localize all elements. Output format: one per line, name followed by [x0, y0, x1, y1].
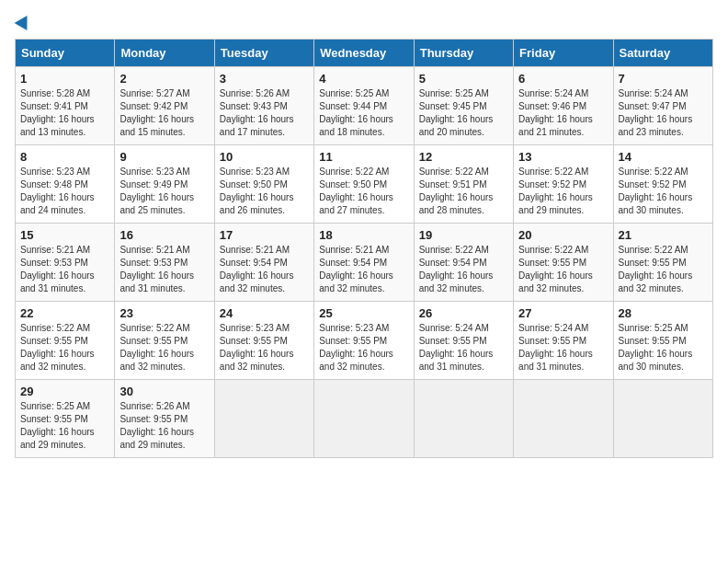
day-number: 2 [119, 72, 209, 86]
day-info: Sunrise: 5:22 AM Sunset: 9:55 PM Dayligh… [20, 322, 109, 373]
table-row: 2 Sunrise: 5:27 AM Sunset: 9:42 PM Dayli… [115, 67, 214, 145]
day-info: Sunrise: 5:22 AM Sunset: 9:55 PM Dayligh… [518, 244, 608, 295]
table-row: 1 Sunrise: 5:28 AM Sunset: 9:41 PM Dayli… [16, 67, 115, 145]
day-number: 16 [119, 228, 209, 242]
day-info: Sunrise: 5:22 AM Sunset: 9:51 PM Dayligh… [419, 166, 508, 217]
calendar-week-row: 29 Sunrise: 5:25 AM Sunset: 9:55 PM Dayl… [16, 380, 713, 458]
day-info: Sunrise: 5:25 AM Sunset: 9:45 PM Dayligh… [419, 87, 508, 139]
day-number: 30 [119, 385, 209, 398]
day-number: 21 [619, 228, 708, 242]
day-info: Sunrise: 5:27 AM Sunset: 9:42 PM Dayligh… [119, 87, 209, 139]
day-number: 19 [419, 228, 508, 242]
day-info: Sunrise: 5:22 AM Sunset: 9:55 PM Dayligh… [119, 322, 209, 373]
table-row [414, 380, 513, 458]
table-row: 8 Sunrise: 5:23 AM Sunset: 9:48 PM Dayli… [16, 145, 115, 224]
table-row [613, 380, 712, 458]
day-info: Sunrise: 5:25 AM Sunset: 9:55 PM Dayligh… [20, 400, 109, 452]
table-row: 28 Sunrise: 5:25 AM Sunset: 9:55 PM Dayl… [613, 302, 712, 380]
table-row: 21 Sunrise: 5:22 AM Sunset: 9:55 PM Dayl… [613, 224, 712, 302]
table-row: 3 Sunrise: 5:26 AM Sunset: 9:43 PM Dayli… [214, 67, 313, 145]
day-info: Sunrise: 5:23 AM Sunset: 9:49 PM Dayligh… [119, 166, 209, 217]
day-number: 14 [619, 150, 708, 164]
day-number: 9 [119, 150, 209, 164]
day-info: Sunrise: 5:24 AM Sunset: 9:47 PM Dayligh… [619, 87, 708, 139]
table-row: 27 Sunrise: 5:24 AM Sunset: 9:55 PM Dayl… [514, 302, 613, 380]
day-number: 4 [319, 72, 408, 86]
day-number: 7 [619, 72, 708, 86]
day-info: Sunrise: 5:24 AM Sunset: 9:55 PM Dayligh… [518, 322, 608, 373]
day-info: Sunrise: 5:22 AM Sunset: 9:52 PM Dayligh… [619, 166, 708, 217]
day-number: 28 [619, 306, 708, 320]
day-info: Sunrise: 5:21 AM Sunset: 9:54 PM Dayligh… [220, 244, 309, 295]
col-thursday: Thursday [414, 40, 513, 67]
day-number: 23 [119, 306, 209, 320]
table-row: 10 Sunrise: 5:23 AM Sunset: 9:50 PM Dayl… [214, 145, 313, 224]
table-row: 22 Sunrise: 5:22 AM Sunset: 9:55 PM Dayl… [16, 302, 115, 380]
day-number: 29 [20, 385, 109, 398]
table-row: 20 Sunrise: 5:22 AM Sunset: 9:55 PM Dayl… [514, 224, 613, 302]
table-row: 9 Sunrise: 5:23 AM Sunset: 9:49 PM Dayli… [115, 145, 214, 224]
calendar-week-row: 22 Sunrise: 5:22 AM Sunset: 9:55 PM Dayl… [16, 302, 713, 380]
calendar-week-row: 8 Sunrise: 5:23 AM Sunset: 9:48 PM Dayli… [16, 145, 713, 224]
day-number: 6 [518, 72, 608, 86]
table-row: 23 Sunrise: 5:22 AM Sunset: 9:55 PM Dayl… [115, 302, 214, 380]
day-number: 22 [20, 306, 109, 320]
day-info: Sunrise: 5:24 AM Sunset: 9:55 PM Dayligh… [419, 322, 508, 373]
table-row [314, 380, 414, 458]
table-row: 6 Sunrise: 5:24 AM Sunset: 9:46 PM Dayli… [514, 67, 613, 145]
table-row: 11 Sunrise: 5:22 AM Sunset: 9:50 PM Dayl… [314, 145, 414, 224]
page-header [15, 15, 713, 28]
day-number: 25 [319, 306, 408, 320]
table-row [214, 380, 313, 458]
day-info: Sunrise: 5:22 AM Sunset: 9:52 PM Dayligh… [518, 166, 608, 217]
day-info: Sunrise: 5:23 AM Sunset: 9:50 PM Dayligh… [220, 166, 309, 217]
calendar-table: Sunday Monday Tuesday Wednesday Thursday… [15, 39, 713, 458]
table-row: 7 Sunrise: 5:24 AM Sunset: 9:47 PM Dayli… [613, 67, 712, 145]
table-row: 29 Sunrise: 5:25 AM Sunset: 9:55 PM Dayl… [16, 380, 115, 458]
col-wednesday: Wednesday [314, 40, 414, 67]
logo-icon [15, 12, 34, 30]
col-tuesday: Tuesday [214, 40, 313, 67]
table-row: 5 Sunrise: 5:25 AM Sunset: 9:45 PM Dayli… [414, 67, 513, 145]
day-number: 8 [20, 150, 109, 164]
day-number: 26 [419, 306, 508, 320]
day-info: Sunrise: 5:21 AM Sunset: 9:54 PM Dayligh… [319, 244, 408, 295]
day-info: Sunrise: 5:22 AM Sunset: 9:54 PM Dayligh… [419, 244, 508, 295]
day-info: Sunrise: 5:21 AM Sunset: 9:53 PM Dayligh… [119, 244, 209, 295]
day-info: Sunrise: 5:28 AM Sunset: 9:41 PM Dayligh… [20, 87, 109, 139]
table-row: 30 Sunrise: 5:26 AM Sunset: 9:55 PM Dayl… [115, 380, 214, 458]
day-number: 17 [220, 228, 309, 242]
day-number: 11 [319, 150, 408, 164]
table-row: 16 Sunrise: 5:21 AM Sunset: 9:53 PM Dayl… [115, 224, 214, 302]
day-number: 10 [220, 150, 309, 164]
day-number: 13 [518, 150, 608, 164]
day-number: 24 [220, 306, 309, 320]
logo [15, 15, 31, 28]
table-row: 25 Sunrise: 5:23 AM Sunset: 9:55 PM Dayl… [314, 302, 414, 380]
table-row: 26 Sunrise: 5:24 AM Sunset: 9:55 PM Dayl… [414, 302, 513, 380]
col-sunday: Sunday [16, 40, 115, 67]
day-number: 5 [419, 72, 508, 86]
col-monday: Monday [115, 40, 214, 67]
table-row: 19 Sunrise: 5:22 AM Sunset: 9:54 PM Dayl… [414, 224, 513, 302]
day-info: Sunrise: 5:25 AM Sunset: 9:55 PM Dayligh… [619, 322, 708, 373]
table-row: 13 Sunrise: 5:22 AM Sunset: 9:52 PM Dayl… [514, 145, 613, 224]
day-number: 20 [518, 228, 608, 242]
day-info: Sunrise: 5:22 AM Sunset: 9:50 PM Dayligh… [319, 166, 408, 217]
calendar-week-row: 1 Sunrise: 5:28 AM Sunset: 9:41 PM Dayli… [16, 67, 713, 145]
day-number: 27 [518, 306, 608, 320]
col-saturday: Saturday [613, 40, 712, 67]
day-info: Sunrise: 5:21 AM Sunset: 9:53 PM Dayligh… [20, 244, 109, 295]
table-row: 17 Sunrise: 5:21 AM Sunset: 9:54 PM Dayl… [214, 224, 313, 302]
table-row: 4 Sunrise: 5:25 AM Sunset: 9:44 PM Dayli… [314, 67, 414, 145]
day-number: 1 [20, 72, 109, 86]
calendar-week-row: 15 Sunrise: 5:21 AM Sunset: 9:53 PM Dayl… [16, 224, 713, 302]
calendar-header-row: Sunday Monday Tuesday Wednesday Thursday… [16, 40, 713, 67]
day-info: Sunrise: 5:26 AM Sunset: 9:55 PM Dayligh… [119, 400, 209, 452]
table-row: 15 Sunrise: 5:21 AM Sunset: 9:53 PM Dayl… [16, 224, 115, 302]
day-number: 18 [319, 228, 408, 242]
day-info: Sunrise: 5:26 AM Sunset: 9:43 PM Dayligh… [220, 87, 309, 139]
table-row [514, 380, 613, 458]
table-row: 12 Sunrise: 5:22 AM Sunset: 9:51 PM Dayl… [414, 145, 513, 224]
day-info: Sunrise: 5:22 AM Sunset: 9:55 PM Dayligh… [619, 244, 708, 295]
